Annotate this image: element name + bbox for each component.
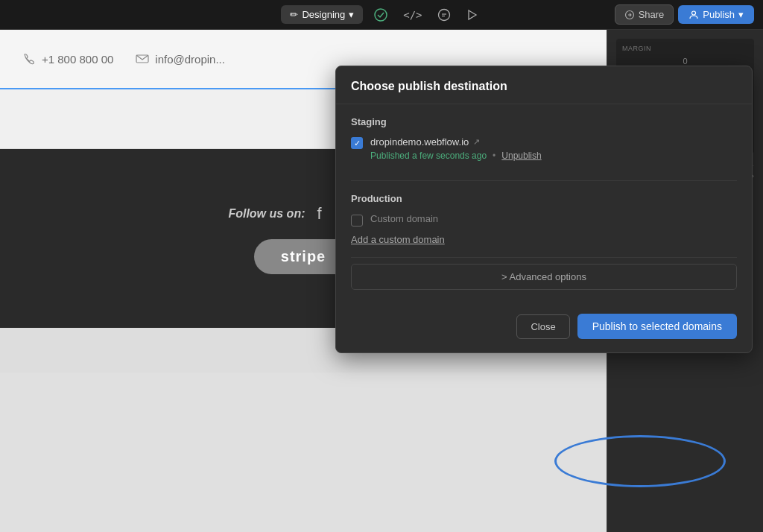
email-icon <box>136 54 149 63</box>
email-text: info@dropin... <box>155 53 225 66</box>
share-label: Share <box>639 9 665 20</box>
follow-label: Follow us on: <box>228 207 305 221</box>
domain-row: ✓ dropindemo.webflow.io ↗ Published a fe… <box>351 136 737 161</box>
svg-point-0 <box>375 9 387 21</box>
phone-icon <box>22 52 36 66</box>
main-area: +1 800 800 00 info@dropin... Follow us o… <box>0 30 763 532</box>
publish-button[interactable]: Publish ▾ <box>678 5 754 24</box>
domain-info: dropindemo.webflow.io ↗ Published a few … <box>370 136 542 161</box>
publish-icon <box>688 10 699 20</box>
publish-selected-button[interactable]: Publish to selected domains <box>577 314 737 339</box>
checkmark-icon: ✓ <box>354 139 361 148</box>
staging-checkbox[interactable]: ✓ <box>351 137 363 149</box>
publish-selected-label: Publish to selected domains <box>592 320 722 332</box>
advanced-options-label: > Advanced options <box>501 271 586 282</box>
publish-modal[interactable]: Choose publish destination Staging ✓ dro… <box>335 66 753 353</box>
advanced-options-button[interactable]: > Advanced options <box>351 264 737 290</box>
bullet: • <box>493 151 496 161</box>
check-circle-icon <box>373 7 388 22</box>
domain-name: dropindemo.webflow.io <box>370 136 469 148</box>
share-icon <box>624 10 635 20</box>
svg-marker-4 <box>469 10 476 19</box>
svg-point-6 <box>692 11 696 15</box>
toolbar-center: ✏ Designing ▾ </> <box>281 4 481 25</box>
svg-point-1 <box>438 9 449 20</box>
published-text: Published a few seconds ago <box>370 151 487 161</box>
share-button[interactable]: Share <box>615 4 674 25</box>
phone-item: +1 800 800 00 <box>22 52 113 66</box>
external-link-icon[interactable]: ↗ <box>473 137 480 147</box>
staging-title: Staging <box>351 116 737 127</box>
comment-button[interactable] <box>433 5 455 25</box>
published-status: Published a few seconds ago • Unpublish <box>370 151 542 161</box>
toolbar: ✏ Designing ▾ </> <box>0 0 763 30</box>
custom-domain-label: Custom domain <box>370 213 438 224</box>
production-section: Production Custom domain Add a custom do… <box>351 193 737 258</box>
unpublish-link[interactable]: Unpublish <box>501 151 541 161</box>
designing-button[interactable]: ✏ Designing ▾ <box>281 5 363 24</box>
pencil-icon: ✏ <box>290 9 298 20</box>
modal-title: Choose publish destination <box>351 80 737 93</box>
designing-chevron-icon: ▾ <box>349 9 354 20</box>
comment-icon <box>437 8 451 22</box>
designing-label: Designing <box>302 9 345 20</box>
email-item: info@dropin... <box>136 53 225 66</box>
stripe-label: stripe <box>281 248 326 265</box>
modal-header: Choose publish destination <box>336 66 752 104</box>
domain-name-row: dropindemo.webflow.io ↗ <box>370 136 542 148</box>
modal-body: Staging ✓ dropindemo.webflow.io ↗ Publis… <box>336 104 752 314</box>
close-button[interactable]: Close <box>516 314 569 339</box>
staging-section: Staging ✓ dropindemo.webflow.io ↗ Publis… <box>351 116 737 181</box>
close-label: Close <box>531 321 555 332</box>
publish-chevron-icon: ▾ <box>738 9 744 20</box>
check-button[interactable] <box>369 4 393 25</box>
play-button[interactable] <box>461 6 482 24</box>
phone-text: +1 800 800 00 <box>42 53 113 66</box>
add-domain-link[interactable]: Add a custom domain <box>351 234 737 245</box>
production-checkbox[interactable] <box>351 215 363 227</box>
facebook-icon: f <box>317 204 321 224</box>
production-title: Production <box>351 193 737 204</box>
custom-domain-row: Custom domain <box>351 213 737 227</box>
modal-footer: Close Publish to selected domains <box>336 314 752 352</box>
toolbar-right: Share Publish ▾ <box>615 4 754 25</box>
margin-label: MARGIN <box>622 45 748 52</box>
play-icon <box>466 9 478 21</box>
code-button[interactable]: </> <box>399 6 426 24</box>
publish-label: Publish <box>703 9 735 20</box>
